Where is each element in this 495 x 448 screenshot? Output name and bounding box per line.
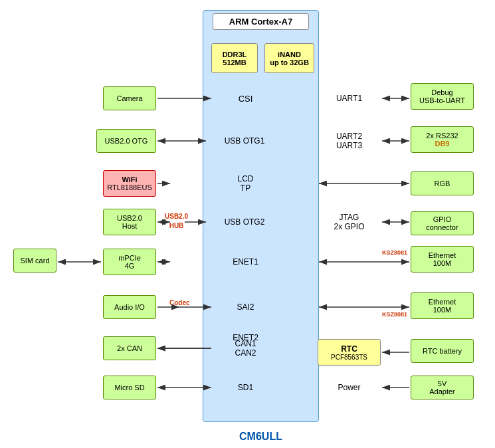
- micro-sd-box: Micro SD: [103, 376, 156, 399]
- enet1-box: ENET1: [214, 249, 277, 275]
- usb2-hub-label: USB2.0 HUB: [165, 211, 188, 230]
- ksz8081-label-1: KSZ8081: [382, 249, 407, 256]
- sim-card-box: SIM card: [13, 249, 56, 273]
- usb-host-box: USB2.0 Host: [103, 209, 156, 235]
- wifi-box: WiFi RTL8188EUS: [103, 170, 156, 197]
- ethernet1-box: Ethernet 100M: [411, 246, 474, 273]
- power-box: Power: [318, 376, 381, 399]
- cm6ull-label: CM6ULL: [203, 431, 319, 443]
- usb-otg-box: USB2.0 OTG: [96, 129, 156, 153]
- uart1-box: UART1: [318, 86, 381, 110]
- ethernet2-box: Ethernet 100M: [411, 292, 474, 319]
- usb-otg2-box: USB OTG2: [208, 209, 281, 235]
- rgb-box: RGB: [411, 171, 474, 195]
- inand-box: iNAND up to 32GB: [264, 43, 314, 73]
- mpcie-box: mPCIe 4G: [103, 249, 156, 275]
- jtag-gpio-box: JTAG 2x GPIO: [318, 209, 381, 235]
- camera-box: Camera: [103, 86, 156, 110]
- can-box: 2x CAN: [103, 336, 156, 360]
- sd1-box: SD1: [214, 376, 277, 399]
- audio-io-box: Audio I/O: [103, 295, 156, 319]
- ddr3l-box: DDR3L 512MB: [211, 43, 258, 73]
- gpio-conn-box: GPIO connector: [411, 211, 474, 235]
- ksz8081-label-2: KSZ8081: [382, 311, 407, 318]
- uart23-box: UART2 UART3: [318, 129, 381, 153]
- can12-box: CAN1 CAN2: [214, 336, 277, 360]
- sai2-box: SAI2: [214, 295, 277, 319]
- codec-label: Codec: [169, 298, 190, 307]
- rtc-battery-box: RTC battery: [411, 339, 474, 363]
- lcd-tp-box: LCD TP: [214, 170, 277, 197]
- csi-box: CSI: [214, 86, 277, 110]
- arm-label: ARM Cortex-A7: [213, 13, 309, 30]
- debug-box: Debug USB-to-UART: [411, 83, 474, 110]
- rtc-box: RTC PCF8563TS: [318, 339, 381, 366]
- rs232-box: 2x RS232 DB9: [411, 126, 474, 153]
- adapter-box: 5V Adapter: [411, 376, 474, 399]
- block-diagram: ARM Cortex-A7 CM6ULL DDR3L 512MB iNAND u…: [0, 0, 495, 448]
- usb-otg1-box: USB OTG1: [208, 129, 281, 153]
